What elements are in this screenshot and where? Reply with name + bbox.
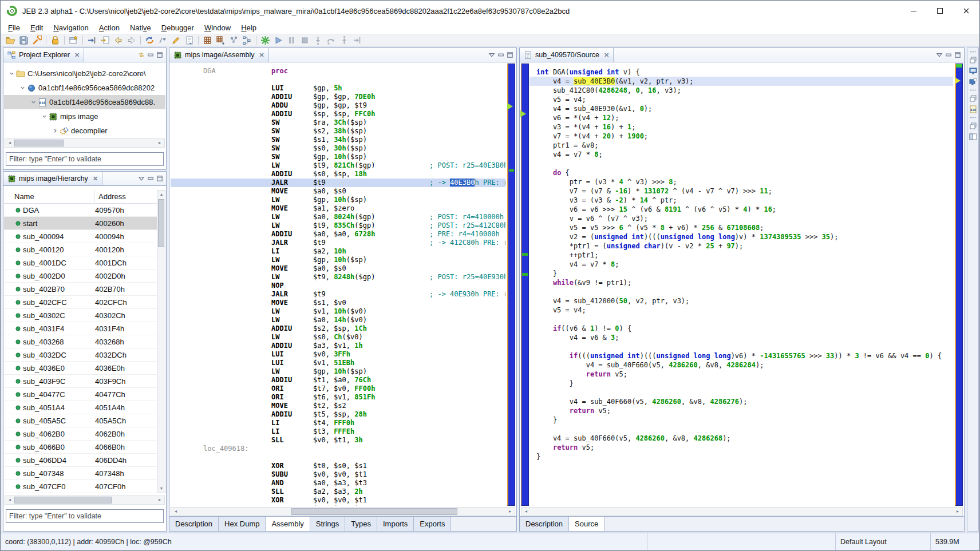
source-line[interactable]: v4 = v7 * 8; bbox=[529, 260, 953, 269]
source-line[interactable]: ptr = (v3 * 4 ^ v3) >>> 8; bbox=[529, 177, 953, 187]
wrench-icon[interactable] bbox=[30, 34, 44, 46]
asm-line[interactable]: MOVE$a0, $s0 bbox=[171, 187, 505, 196]
asm-line[interactable]: LW$gp, 10h($sp) bbox=[171, 196, 505, 204]
asm-line[interactable]: ADDIU$t1, $a0, 76Ch bbox=[171, 376, 505, 384]
asm-line[interactable]: SLL$a2, $a3, 2h bbox=[171, 487, 505, 496]
chevron-down-icon[interactable] bbox=[18, 85, 27, 90]
maximize-panel-icon[interactable] bbox=[156, 175, 163, 182]
column-header-name[interactable]: Name bbox=[4, 190, 95, 203]
source-line[interactable]: v3 = *(v4 + 16) + 1; bbox=[529, 122, 953, 132]
asm-line[interactable]: MOVE$s1, $v0 bbox=[171, 299, 505, 307]
source-line[interactable]: while(&v9 != ptr1); bbox=[529, 278, 953, 287]
debug-start-icon[interactable] bbox=[259, 34, 272, 46]
asm-line[interactable]: LW$gp, 10h($sp) bbox=[171, 256, 505, 264]
tab-description[interactable]: Description bbox=[169, 517, 219, 531]
decompile-icon[interactable] bbox=[143, 34, 156, 46]
table-row[interactable]: sub_407348407348h8 bbox=[4, 467, 165, 480]
hierarchy-filter-input[interactable] bbox=[6, 510, 163, 522]
menu-window[interactable]: Window bbox=[199, 22, 236, 33]
source-line[interactable] bbox=[529, 342, 953, 351]
asm-line[interactable]: SW$s1, 34h($sp) bbox=[171, 136, 505, 144]
table-row[interactable]: sub_407CF0407CF0h9 bbox=[4, 480, 165, 493]
asm-line[interactable]: XOR$a2, $a2, $a3 bbox=[171, 505, 505, 506]
asm-line[interactable]: MOVE$t2, $s2 bbox=[171, 402, 505, 410]
table-row[interactable]: sub_4002D04002D0h2 bbox=[4, 269, 165, 283]
table-row[interactable]: sub_4066B04066B0h7 bbox=[4, 441, 165, 454]
table-row[interactable]: sub_4001DC4001DCh8 bbox=[4, 256, 165, 269]
tab-types[interactable]: Types bbox=[345, 517, 377, 531]
table-row[interactable]: sub_4051A44051A4h8 bbox=[4, 401, 165, 414]
source-line[interactable]: v4 = sub_40F660(v5, 4286260, &v8, 428627… bbox=[529, 397, 953, 406]
source-line[interactable] bbox=[529, 287, 953, 296]
source-line[interactable]: ptr1 = &v8; bbox=[529, 141, 953, 150]
asm-line[interactable]: LW$a0, 14h($v0) bbox=[171, 316, 505, 324]
sync-icon[interactable] bbox=[138, 51, 145, 58]
asm-line[interactable]: ADDIU$t5, $sp, 28h bbox=[171, 410, 505, 419]
menu-file[interactable]: File bbox=[3, 22, 25, 33]
asm-line[interactable]: ADDIU$s0, $sp, 18h bbox=[171, 170, 505, 179]
table-row[interactable]: sub_406DD4406DD4h5 bbox=[4, 454, 165, 467]
grid-plus-icon[interactable] bbox=[214, 34, 227, 46]
minimize-panel-icon[interactable] bbox=[945, 51, 952, 58]
tab-description[interactable]: Description bbox=[520, 517, 569, 531]
tree-item[interactable]: 0100a1cbf14e86c956cea5869dc88. bbox=[4, 95, 165, 109]
menu-native[interactable]: Native bbox=[125, 22, 156, 33]
source-line[interactable]: v5 = v4; bbox=[529, 306, 953, 315]
asm-line[interactable]: SW$gp, 10h($sp) bbox=[171, 153, 505, 161]
back-icon[interactable] bbox=[112, 34, 125, 46]
source-line[interactable]: sub_412C80(4286248, 0, 16, v3); bbox=[529, 86, 953, 95]
source-line[interactable]: v4 = v7 * 8; bbox=[529, 150, 953, 159]
asm-line[interactable]: ORI$t6, $v1, 851Fh bbox=[171, 393, 505, 402]
console-chat-icon[interactable] bbox=[969, 78, 977, 86]
graph-icon[interactable] bbox=[227, 34, 240, 46]
open-folder-icon[interactable] bbox=[4, 34, 17, 46]
table-row[interactable]: sub_4062B04062B0h4 bbox=[4, 427, 165, 441]
table-row[interactable]: DGA409570h2 bbox=[4, 204, 165, 217]
source-line[interactable]: if(((unsigned int)(((unsigned long long)… bbox=[529, 351, 953, 360]
asm-line[interactable]: LW$a0, 8024h($gp); POST: r4=410000h bbox=[171, 213, 505, 221]
minimize-panel-icon[interactable] bbox=[497, 51, 504, 58]
source-line[interactable]: v4 = sub_40E930(&v1, 0); bbox=[529, 104, 953, 113]
source-line[interactable]: v4 = sub_40F660(v5, 4286260, &v8, 428628… bbox=[529, 360, 953, 370]
asm-line[interactable] bbox=[171, 76, 505, 84]
asm-line[interactable]: NOP bbox=[171, 282, 505, 290]
minimize-panel-icon[interactable] bbox=[147, 175, 154, 182]
source-line[interactable]: v5 = v5 >>> 6 ^ (v5 * 8 + v6) * 256 & 67… bbox=[529, 223, 953, 232]
table-row[interactable]: sub_403F9C403F9Ch7 bbox=[4, 375, 165, 388]
asm-line[interactable]: SUBU$v0, $v0, $t1 bbox=[171, 470, 505, 479]
source-hscrollbar[interactable]: ◂ ▸ bbox=[521, 507, 963, 516]
minimize-panel-icon[interactable] bbox=[147, 51, 154, 58]
tab-strings[interactable]: Strings bbox=[310, 517, 345, 531]
tree-icon[interactable] bbox=[240, 34, 254, 46]
close-icon[interactable]: ✕ bbox=[259, 51, 264, 59]
project-filter-input[interactable] bbox=[6, 153, 163, 165]
tree-item[interactable]: mips image bbox=[4, 109, 165, 124]
chevron-down-icon[interactable] bbox=[7, 71, 16, 76]
chevron-down-icon[interactable] bbox=[29, 100, 38, 105]
minimize-button[interactable] bbox=[900, 1, 927, 21]
step-over-icon[interactable] bbox=[325, 34, 338, 46]
source-line[interactable]: v2 = (unsigned int)(((unsigned long long… bbox=[529, 232, 953, 241]
maximize-panel-icon[interactable] bbox=[954, 51, 961, 58]
asm-line[interactable]: MOVE$a0, $s0 bbox=[171, 264, 505, 273]
binary-doc-icon[interactable]: 010 bbox=[969, 105, 977, 113]
close-icon[interactable]: ✕ bbox=[93, 175, 98, 183]
table-row[interactable]: start400260h6 bbox=[4, 217, 165, 230]
chevron-right-icon[interactable] bbox=[51, 128, 60, 133]
tab-assembly[interactable]: Assembly bbox=[266, 517, 310, 531]
source-line[interactable]: if((v6 & 1) != 0) { bbox=[529, 324, 953, 333]
source-right-marker-bar[interactable] bbox=[955, 64, 963, 506]
source-line[interactable]: *ptr1 = (unsigned char)(v - v2 * 25 + 97… bbox=[529, 241, 953, 251]
menu-edit[interactable]: Edit bbox=[25, 22, 48, 33]
asm-line[interactable]: LW$t9, 8248h($gp); POST: r25=40E930h bbox=[171, 273, 505, 282]
asm-line[interactable]: LUI$v0, 3FFh bbox=[171, 350, 505, 359]
source-line[interactable]: v4 = sub_40F660(v5, 4286260, &v8, 428626… bbox=[529, 434, 953, 443]
assembly-code[interactable]: DGAprocLUI$gp, 5hADDIU$gp, $gp, 7DE0hADD… bbox=[171, 63, 505, 506]
source-code[interactable]: int DGA(unsigned int v) { v4 = sub_40E3B… bbox=[529, 63, 953, 506]
tree-item[interactable]: 0a1cbf14e86c956cea5869dc88202 bbox=[4, 81, 165, 95]
tab-imports[interactable]: Imports bbox=[377, 517, 414, 531]
tree-item[interactable]: C:\Users\nicol\jeb2\jeb2-core2\core\ bbox=[4, 66, 165, 81]
source-line[interactable]: } bbox=[529, 452, 953, 461]
tab-source-view[interactable]: sub_409570/Source ✕ bbox=[520, 48, 614, 62]
forward-icon[interactable] bbox=[125, 34, 138, 46]
